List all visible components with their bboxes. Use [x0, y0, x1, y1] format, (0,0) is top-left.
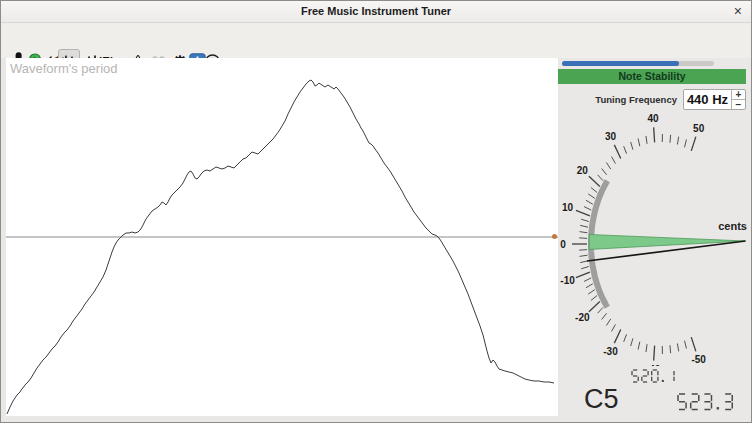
lcd-dot: [717, 407, 719, 409]
gauge-tick-label: 40: [648, 113, 660, 124]
gauge-tick-label: 20: [577, 165, 589, 176]
waveform-panel: Waveform's period: [6, 58, 558, 416]
gauge-tick: [580, 225, 588, 227]
gauge-tick: [579, 250, 587, 251]
gauge-tick-label: 30: [605, 131, 617, 142]
gauge-tick: [598, 175, 603, 181]
gauge-tick: [580, 232, 588, 233]
gauge-tick: [602, 169, 607, 175]
gauge-tick-label: -30: [603, 346, 618, 357]
gauge-tick: [670, 345, 671, 353]
lcd-dot: [662, 380, 664, 382]
gauge-tick: [646, 136, 647, 144]
tuning-frequency-spinbox: 440 Hz + −: [683, 89, 746, 110]
gauge-tick: [580, 261, 588, 263]
gauge-tick: [581, 266, 589, 268]
tuning-frequency-value[interactable]: 440 Hz: [684, 90, 731, 109]
note-stability-banner: Note Stability: [558, 69, 746, 84]
gauge-tick: [677, 137, 678, 145]
gauge-tick: [576, 210, 590, 216]
close-button[interactable]: ×: [734, 1, 742, 22]
gauge-tick: [691, 137, 696, 151]
gauge-tick: [586, 284, 593, 288]
tuning-frequency-label: Tuning Frequency: [558, 94, 677, 105]
toolbar: dB |F| μ: [1, 23, 751, 58]
waveform-trace: [7, 80, 554, 414]
waveform-title: Waveform's period: [10, 61, 117, 76]
gauge-tick: [576, 272, 590, 278]
tuner-panel: Note Stability Tuning Frequency 440 Hz +…: [558, 58, 752, 423]
gauge-tick: [586, 200, 593, 204]
gauge-tick-label: 0: [560, 239, 566, 250]
gauge-tick: [614, 330, 620, 344]
gauge-tick: [691, 337, 696, 351]
gauge-unit-label: cents: [718, 220, 747, 232]
splitter-handle[interactable]: [552, 234, 557, 239]
lcd-digits: [630, 368, 680, 384]
cents-gauge: -50-40-30-20-1001020304050cents: [558, 111, 752, 366]
gauge-tick: [580, 255, 588, 256]
app-window: Free Music Instrument Tuner × dB: [0, 0, 752, 423]
note-readout: C5: [584, 384, 619, 415]
stability-frequency-lcd: [630, 368, 680, 388]
stability-progress-bar: [562, 61, 714, 66]
gauge-tick: [584, 207, 591, 210]
decrement-button[interactable]: −: [732, 99, 745, 109]
increment-button[interactable]: +: [732, 90, 745, 99]
gauge-tick: [654, 346, 655, 361]
gauge-tick: [631, 338, 633, 346]
gauge-tick: [588, 290, 595, 295]
gauge-tick-label: 10: [562, 202, 574, 213]
gauge-tick: [685, 140, 687, 148]
gauge-tick: [606, 162, 610, 169]
gauge-tick: [677, 343, 678, 351]
gauge-tick: [598, 307, 603, 313]
gauge-tick: [589, 176, 600, 186]
gauge-tick: [624, 146, 627, 153]
gauge-tick: [612, 157, 616, 164]
gauge-tick: [612, 324, 616, 331]
gauge-tick: [646, 344, 647, 352]
gauge-tick: [624, 334, 627, 341]
gauge-tick: [638, 342, 640, 350]
stability-progress-fill: [562, 61, 679, 66]
waveform-plot: [6, 58, 558, 416]
gauge-tick: [654, 127, 655, 142]
gauge-tick: [591, 296, 597, 301]
gauge-tick: [588, 194, 595, 199]
spin-buttons: + −: [731, 90, 745, 109]
gauge-error-wedge: [589, 234, 745, 249]
gauge-tick-label: -40: [646, 364, 661, 366]
gauge-tick: [685, 341, 687, 349]
gauge-tick: [606, 319, 610, 326]
gauge-tick: [614, 145, 620, 159]
gauge-tick: [589, 301, 600, 311]
gauge-tick: [584, 278, 591, 281]
gauge-tick: [591, 187, 597, 192]
gauge-tick-label: -50: [691, 354, 706, 365]
gauge-tick-label: 50: [693, 123, 705, 134]
titlebar: Free Music Instrument Tuner ×: [1, 1, 751, 23]
gauge-tick: [631, 142, 633, 150]
lcd-digits: [676, 392, 739, 412]
gauge-tick: [581, 219, 589, 221]
gauge-tick: [670, 135, 671, 143]
gauge-tick: [579, 238, 587, 239]
gauge-tick-label: -20: [575, 312, 590, 323]
gauge-tick-label: -10: [560, 275, 575, 286]
gauge-tick: [602, 313, 607, 319]
gauge-tick: [638, 138, 640, 146]
note-frequency-lcd: [676, 392, 739, 416]
window-title: Free Music Instrument Tuner: [301, 5, 451, 17]
